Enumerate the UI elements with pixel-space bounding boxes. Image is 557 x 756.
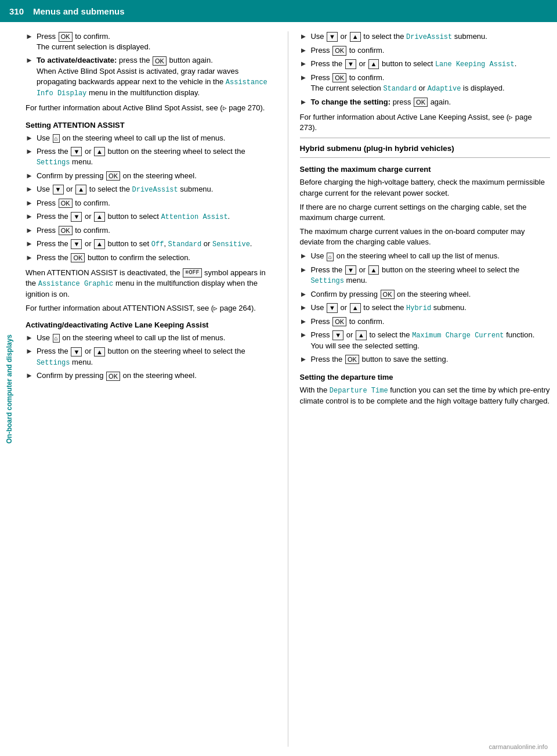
bullet-content: Press OK to confirm. xyxy=(37,198,276,208)
ok-key: OK xyxy=(414,98,428,107)
home-key: ⌂ xyxy=(327,253,334,261)
paragraph: If there are no charge current settings … xyxy=(300,202,551,223)
divider xyxy=(300,138,551,138)
bullet-arrow: ► xyxy=(26,198,33,208)
bullet-arrow: ► xyxy=(26,346,33,368)
list-item: ► Confirm by pressing OK on the steering… xyxy=(26,171,276,181)
up-key: ▲ xyxy=(356,330,367,340)
up-key: ▲ xyxy=(75,185,86,194)
bullet-arrow: ► xyxy=(300,265,308,286)
bullet-content: Press the ▼ or ▲ button on the steering … xyxy=(37,146,276,168)
down-key: ▼ xyxy=(71,239,82,249)
bold-label: To activate/deactivate: xyxy=(37,56,117,64)
ok-key: OK xyxy=(59,199,73,208)
list-item: ► Confirm by pressing OK on the steering… xyxy=(300,289,551,300)
bullet-content: Use ⌂ on the steering wheel to call up t… xyxy=(37,133,276,143)
bullet-content: Press ▼ or ▲ to select the Maximum Charg… xyxy=(310,330,550,351)
mono-text: Standard xyxy=(383,85,417,93)
section-subheading: Setting the maximum charge current xyxy=(300,165,551,174)
list-item: ► Press OK to confirm. xyxy=(300,45,551,56)
down-key: ▼ xyxy=(71,147,82,156)
list-item: ► Press the ▼ or ▲ button to select Lane… xyxy=(300,59,551,70)
bullet-arrow: ► xyxy=(26,133,33,143)
list-item: ► Press OK to confirm. The current selec… xyxy=(300,73,551,94)
down-key: ▼ xyxy=(345,265,356,275)
paragraph: For further information about Active Bli… xyxy=(26,103,276,113)
down-key: ▼ xyxy=(71,347,82,357)
bullet-arrow: ► xyxy=(300,59,308,70)
ok-key: OK xyxy=(153,56,167,66)
bold-label: To change the setting: xyxy=(310,98,390,106)
bullet-content: Press OK to confirm. xyxy=(310,316,550,327)
list-item: ► Use ▼ or ▲ to select the DriveAs­sist … xyxy=(300,31,551,42)
down-key: ▼ xyxy=(327,303,338,312)
list-item: ► Confirm by pressing OK on the steering… xyxy=(26,370,276,381)
bullet-content: Press the ▼ or ▲ button to select Attent… xyxy=(37,211,276,222)
list-item: ► Press OK to confirm. The current selec… xyxy=(26,31,276,52)
list-item: ► Use ⌂ on the steering wheel to call up… xyxy=(26,133,276,143)
bullet-content: Use ▼ or ▲ to select the DriveAs­sist su… xyxy=(310,31,550,42)
header-bar: 310 Menus and submenus xyxy=(0,0,557,22)
up-key: ▲ xyxy=(350,32,361,41)
up-key: ▲ xyxy=(94,147,105,156)
bullet-arrow: ► xyxy=(26,239,33,250)
section-heading: Setting the departure time xyxy=(300,373,551,381)
bullet-content: Press the OK button to save the setting. xyxy=(310,354,550,365)
ok-key: OK xyxy=(59,226,73,235)
up-key: ▲ xyxy=(368,265,379,275)
list-item: ► Press the ▼ or ▲ button on the steerin… xyxy=(26,346,276,368)
mono-text: Maximum Charge Current xyxy=(412,332,504,340)
bullet-content: Use ⌂ on the steering wheel to call up t… xyxy=(310,251,550,261)
list-item: ► Press the OK button to confirm the sel… xyxy=(26,253,276,263)
down-key: ▼ xyxy=(345,59,356,69)
bullet-arrow: ► xyxy=(300,354,308,365)
up-key: ▲ xyxy=(94,347,105,357)
bullet-content: Press OK to confirm. xyxy=(37,225,276,236)
mono-text: DriveAs­sist xyxy=(132,186,178,194)
list-item: ► Press the ▼ or ▲ button on the steerin… xyxy=(26,146,276,168)
up-key: ▲ xyxy=(94,212,105,221)
bullet-arrow: ► xyxy=(26,225,33,236)
mono-text: Standard xyxy=(168,240,202,249)
bullet-content: To change the setting: press OK again. xyxy=(310,97,550,107)
bullet-arrow: ► xyxy=(300,330,308,351)
bullet-content: Press OK to confirm. The current selecti… xyxy=(37,31,276,52)
sidebar-label: On-board computer and displays xyxy=(0,22,19,756)
list-item: ► Press OK to confirm. xyxy=(300,316,551,327)
bullet-content: Confirm by pressing OK on the steering w… xyxy=(37,171,276,181)
mono-text: Assis­tance Info Display xyxy=(37,78,267,98)
section-heading: Hybrid submenu (plug-in hybrid vehicles) xyxy=(300,144,551,153)
mono-text: Adap­tive xyxy=(428,85,461,93)
mono-text: Settings xyxy=(310,277,344,285)
bullet-content: Press OK to confirm. xyxy=(310,45,550,56)
bullet-arrow: ► xyxy=(300,289,308,300)
header-title: Menus and submenus xyxy=(33,6,125,16)
bullet-arrow: ► xyxy=(300,31,308,42)
right-column: ► Use ▼ or ▲ to select the DriveAs­sist … xyxy=(288,31,551,747)
list-item: ► Press the ▼ or ▲ button to set Off, St… xyxy=(26,239,276,250)
bullet-content: Press the OK button to confirm the selec… xyxy=(37,253,276,263)
bullet-arrow: ► xyxy=(26,55,33,98)
bullet-arrow: ► xyxy=(300,316,308,327)
ok-key: OK xyxy=(106,171,120,181)
home-key: ⌂ xyxy=(53,134,60,143)
paragraph: Before charging the high-voltage battery… xyxy=(300,177,551,198)
bullet-content: Press the ▼ or ▲ button to set Off, Stan… xyxy=(37,239,276,250)
mono-text: Lane Keeping Assist xyxy=(435,60,515,69)
content-wrapper: ► Press OK to confirm. The current selec… xyxy=(19,22,557,756)
bullet-arrow: ► xyxy=(26,333,33,343)
list-item: ► Press the OK button to save the settin… xyxy=(300,354,551,365)
up-key: ▲ xyxy=(350,303,361,312)
list-item: ► Use ⌂ on the steering wheel to call up… xyxy=(300,251,551,261)
mono-text: Departure Time xyxy=(330,387,388,395)
up-key: ▲ xyxy=(94,239,105,249)
mono-text: DriveAs­sist xyxy=(406,33,452,41)
bullet-arrow: ► xyxy=(26,370,33,381)
mono-text: Assistance Graphic xyxy=(38,280,114,288)
bullet-arrow: ► xyxy=(26,146,33,168)
bullet-arrow: ► xyxy=(300,97,308,107)
left-column: ► Press OK to confirm. The current selec… xyxy=(26,31,288,747)
paragraph: When ATTENTION ASSIST is deactivated, th… xyxy=(26,268,276,300)
sidebar-label-text: On-board computer and displays xyxy=(5,334,13,444)
bullet-content: Confirm by pressing OK on the steering w… xyxy=(37,370,276,381)
